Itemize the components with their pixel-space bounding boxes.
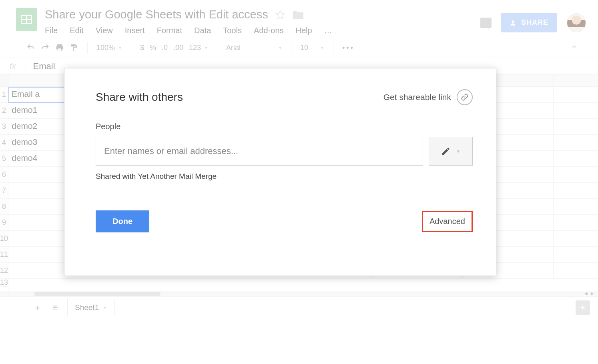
row-header[interactable]: 11 xyxy=(0,247,8,263)
fx-label: fx xyxy=(10,62,26,71)
font-family-dropdown[interactable]: Arial ▼ xyxy=(226,44,282,52)
cell[interactable] xyxy=(554,231,598,247)
caret-down-icon: ▼ xyxy=(456,149,460,154)
svg-rect-2 xyxy=(57,44,62,46)
caret-down-icon: ▼ xyxy=(204,46,208,50)
menu-addons[interactable]: Add-ons xyxy=(254,26,284,35)
row-header[interactable]: 10 xyxy=(0,231,8,247)
svg-rect-5 xyxy=(71,44,76,47)
account-avatar[interactable] xyxy=(567,13,586,32)
menu-edit[interactable]: Edit xyxy=(70,26,83,35)
row-header[interactable]: 4 xyxy=(0,135,8,151)
sheet-tab-bar: ＋ ≡ Sheet1 ▼ xyxy=(0,296,598,318)
cell[interactable] xyxy=(554,167,598,183)
star-icon[interactable] xyxy=(275,10,285,20)
menu-tools[interactable]: Tools xyxy=(223,26,242,35)
format-percent[interactable]: % xyxy=(150,44,156,52)
comments-icon[interactable] xyxy=(480,18,492,28)
zoom-value: 100% xyxy=(96,44,115,52)
get-shareable-link-button[interactable]: Get shareable link xyxy=(383,89,473,105)
horizontal-scrollbar[interactable]: ◀ ▶ xyxy=(0,291,598,296)
scrollbar-thumb[interactable] xyxy=(34,292,161,296)
row-header[interactable]: 12 xyxy=(0,263,8,279)
pencil-icon xyxy=(441,146,451,156)
font-size-value: 10 xyxy=(300,44,308,52)
collapse-toolbar-icon[interactable] xyxy=(571,43,578,52)
row-header[interactable]: 7 xyxy=(0,183,8,199)
explore-button[interactable] xyxy=(576,300,590,315)
paint-format-icon[interactable] xyxy=(70,43,78,52)
formula-value[interactable]: Email xyxy=(26,61,55,72)
row-header[interactable]: 8 xyxy=(0,199,8,215)
print-icon[interactable] xyxy=(55,43,64,52)
caret-down-icon[interactable]: ▼ xyxy=(103,306,107,310)
cell[interactable] xyxy=(554,183,598,199)
toolbar: 100% ▼ $ % .0 .00 123 ▼ Arial ▼ 10 ▼ ••• xyxy=(0,35,598,58)
number-format-dropdown[interactable]: 123 ▼ xyxy=(189,44,208,52)
advanced-button[interactable]: Advanced xyxy=(422,211,473,232)
column-header[interactable] xyxy=(554,75,598,87)
menu-format[interactable]: Format xyxy=(157,26,182,35)
folder-icon[interactable] xyxy=(292,10,304,20)
shared-with-text: Shared with Yet Another Mail Merge xyxy=(96,172,473,181)
format-currency[interactable]: $ xyxy=(140,44,144,52)
menu-more[interactable]: … xyxy=(324,26,333,35)
share-button[interactable]: SHARE xyxy=(501,13,557,32)
get-shareable-link-label: Get shareable link xyxy=(383,92,451,102)
share-dialog: Share with others Get shareable link Peo… xyxy=(64,68,496,276)
undo-icon[interactable] xyxy=(26,43,35,52)
row-header[interactable]: 13 xyxy=(0,279,8,287)
menu-data[interactable]: Data xyxy=(194,26,211,35)
cell[interactable] xyxy=(554,263,598,279)
cell[interactable] xyxy=(554,199,598,215)
row-header[interactable]: 6 xyxy=(0,167,8,183)
menu-insert[interactable]: Insert xyxy=(125,26,145,35)
zoom-dropdown[interactable]: 100% ▼ xyxy=(96,44,122,52)
sheet-tab[interactable]: Sheet1 ▼ xyxy=(67,299,114,316)
cell[interactable] xyxy=(554,247,598,263)
select-all-cell[interactable] xyxy=(0,75,8,87)
cell[interactable] xyxy=(554,103,598,119)
link-icon xyxy=(457,89,473,105)
format-increase-decimal[interactable]: .00 xyxy=(173,44,183,52)
all-sheets-button[interactable]: ≡ xyxy=(50,302,61,313)
row-header[interactable]: 1 xyxy=(0,87,8,103)
dialog-title: Share with others xyxy=(96,91,183,104)
menu-help[interactable]: Help xyxy=(296,26,312,35)
add-sheet-button[interactable]: ＋ xyxy=(32,302,43,314)
font-family-value: Arial xyxy=(226,44,241,52)
caret-down-icon: ▼ xyxy=(278,46,282,50)
cell[interactable] xyxy=(554,119,598,135)
share-button-label: SHARE xyxy=(521,18,548,27)
person-add-icon xyxy=(510,19,517,26)
toolbar-more[interactable]: ••• xyxy=(342,44,355,52)
svg-rect-4 xyxy=(58,48,61,51)
document-title[interactable]: Share your Google Sheets with Edit acces… xyxy=(45,8,268,21)
sheets-app-icon[interactable] xyxy=(16,8,37,31)
row-header[interactable]: 3 xyxy=(0,119,8,135)
font-size-dropdown[interactable]: 10 ▼ xyxy=(300,44,324,52)
scroll-right-icon[interactable]: ▶ xyxy=(591,291,594,296)
cell[interactable] xyxy=(554,87,598,103)
menu-view[interactable]: View xyxy=(96,26,113,35)
row-header[interactable]: 2 xyxy=(0,103,8,119)
scroll-left-icon[interactable]: ◀ xyxy=(584,291,588,296)
menu-file[interactable]: File xyxy=(45,26,58,35)
menu-bar: File Edit View Insert Format Data Tools … xyxy=(45,26,472,35)
redo-icon[interactable] xyxy=(41,43,50,52)
permission-dropdown[interactable]: ▼ xyxy=(429,137,473,166)
caret-down-icon: ▼ xyxy=(118,46,122,50)
format-decrease-decimal[interactable]: .0 xyxy=(162,44,168,52)
cell[interactable] xyxy=(554,135,598,151)
people-label: People xyxy=(96,122,473,131)
row-header[interactable]: 5 xyxy=(0,151,8,167)
app-header: Share your Google Sheets with Edit acces… xyxy=(0,0,598,35)
svg-point-1 xyxy=(512,20,514,23)
done-button[interactable]: Done xyxy=(96,210,149,232)
people-input[interactable] xyxy=(96,137,423,166)
caret-down-icon: ▼ xyxy=(320,46,324,50)
cell[interactable] xyxy=(554,215,598,231)
cell[interactable] xyxy=(554,151,598,167)
row-header[interactable]: 9 xyxy=(0,215,8,231)
svg-marker-0 xyxy=(276,11,284,19)
